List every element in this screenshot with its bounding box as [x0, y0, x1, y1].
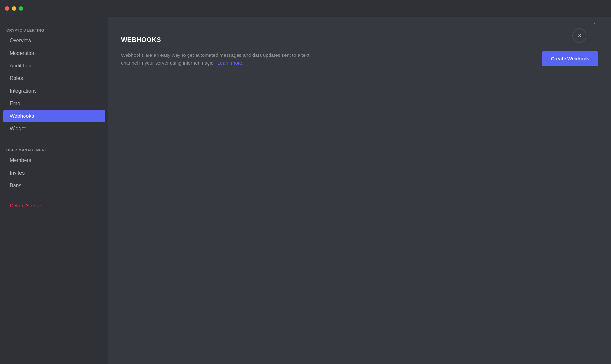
page-title: WEBHOOKS [121, 36, 598, 44]
sidebar-section-2-label: USER MANAGEMENT [0, 143, 108, 154]
main-content: WEBHOOKS Webhooks are an easy way to get… [108, 17, 611, 364]
close-button-traffic[interactable] [5, 6, 9, 11]
section-divider [121, 75, 598, 75]
sidebar: CRYPTO-ALERTING Overview Moderation Audi… [0, 17, 108, 364]
description-row: Webhooks are an easy way to get automate… [121, 51, 598, 67]
sidebar-item-integrations[interactable]: Integrations [3, 85, 105, 97]
sidebar-item-members[interactable]: Members [3, 154, 105, 167]
sidebar-item-webhooks[interactable]: Webhooks [3, 110, 105, 122]
close-icon: × [577, 32, 581, 39]
sidebar-divider-2 [6, 196, 102, 196]
sidebar-section-1-label: CRYPTO-ALERTING [0, 23, 108, 34]
sidebar-item-widget[interactable]: Widget [3, 123, 105, 135]
sidebar-item-roles[interactable]: Roles [3, 72, 105, 85]
layout: CRYPTO-ALERTING Overview Moderation Audi… [0, 17, 611, 364]
sidebar-item-invites[interactable]: Invites [3, 167, 105, 179]
close-dialog-button[interactable]: × [572, 28, 586, 43]
description-text: Webhooks are an easy way to get automate… [121, 51, 328, 67]
titlebar [0, 0, 611, 17]
sidebar-item-bans[interactable]: Bans [3, 179, 105, 192]
close-area: × ESC [591, 22, 599, 26]
esc-label: ESC [591, 22, 599, 26]
sidebar-item-audit-log[interactable]: Audit Log [3, 60, 105, 72]
sidebar-item-moderation[interactable]: Moderation [3, 47, 105, 59]
sidebar-item-overview[interactable]: Overview [3, 35, 105, 47]
sidebar-item-delete-server[interactable]: Delete Server [3, 200, 105, 212]
learn-more-link[interactable]: Learn more [218, 60, 242, 66]
maximize-button-traffic[interactable] [19, 6, 23, 11]
sidebar-item-emoji[interactable]: Emoji [3, 97, 105, 110]
sidebar-divider-1 [6, 139, 102, 139]
create-webhook-button[interactable]: Create Webhook [542, 51, 598, 66]
minimize-button-traffic[interactable] [12, 6, 16, 11]
